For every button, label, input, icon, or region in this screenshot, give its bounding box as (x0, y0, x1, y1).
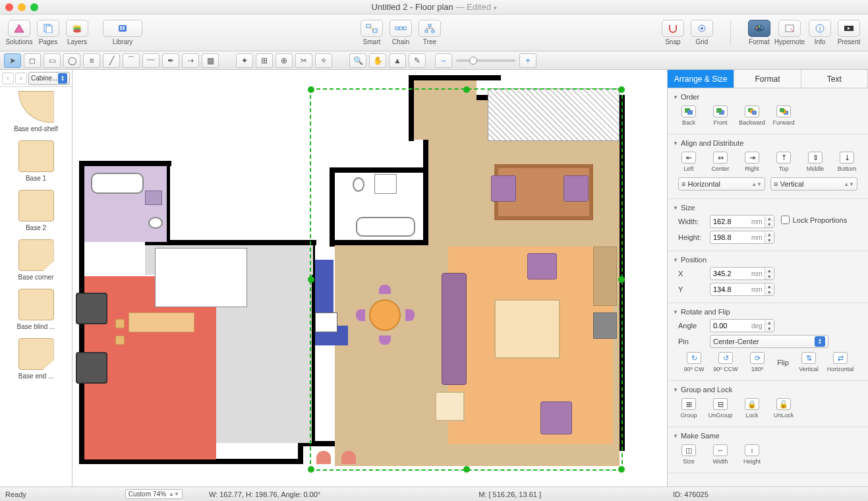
library-item[interactable]: Base corner (0, 235, 72, 285)
hypernote-button[interactable]: Hypernote (774, 20, 805, 45)
library-button[interactable]: Library (103, 20, 142, 45)
union-tool[interactable]: ⊕ (275, 53, 293, 68)
same-width-button[interactable]: ↔Width (705, 444, 736, 465)
angle-field[interactable]: deg▲▼ (710, 319, 774, 332)
align-middle-button[interactable]: ⇕Middle (799, 152, 831, 172)
order-front-button[interactable]: Front (705, 105, 736, 126)
layers-button[interactable]: Layers (63, 20, 91, 45)
library-category-select[interactable]: Cabine... ▲▼ (28, 72, 70, 85)
info-button[interactable]: iInfo (806, 20, 834, 45)
zoom-slider[interactable] (456, 59, 515, 62)
svg-rect-36 (752, 111, 757, 115)
tree-connector-button[interactable]: Tree (416, 20, 444, 45)
library-item[interactable]: Base end-shelf (0, 87, 72, 136)
spline-tool[interactable]: 〰 (142, 53, 159, 68)
same-height-button[interactable]: ↕Height (736, 444, 768, 465)
present-button[interactable]: Present (835, 20, 863, 45)
flip-horizontal-button[interactable]: ⇄Horizontal (825, 352, 856, 372)
height-field[interactable]: mm▲▼ (710, 231, 774, 244)
pages-button[interactable]: Pages (34, 20, 62, 45)
rotate-180-button[interactable]: ⟳180º (741, 352, 773, 372)
minimize-window-button[interactable] (18, 3, 26, 11)
eyedropper-tool[interactable]: ✎ (409, 53, 426, 68)
tab-text[interactable]: Text (801, 70, 868, 88)
stamp-tool[interactable]: ▦ (202, 53, 219, 68)
pointer-tool[interactable]: ➤ (4, 53, 21, 68)
secondary-toolbar: ➤ ◻ ▭ ◯ ≡ ╱ ⌒ 〰 ✒ ⇢ ▦ ✦ ⊞ ⊕ ✂ ✧ 🔍 ✋ ▲ ✎ … (0, 51, 868, 70)
section-header-same[interactable]: Make Same (673, 430, 863, 442)
zoom-out-button[interactable]: – (435, 53, 452, 68)
library-item[interactable]: Base blind ... (0, 285, 72, 334)
group-edit-tool[interactable]: ⊞ (256, 53, 273, 68)
angle-label: Angle (678, 322, 706, 330)
magic-tool[interactable]: ✧ (315, 53, 332, 68)
pan-tool[interactable]: ✋ (369, 53, 386, 68)
selection-outline (310, 88, 623, 471)
chain-connector-button[interactable]: Chain (387, 20, 415, 45)
close-window-button[interactable] (5, 3, 13, 11)
align-right-button[interactable]: ⇥Right (736, 152, 768, 172)
order-forward-button[interactable]: Forward (768, 105, 799, 126)
align-left-button[interactable]: ⇤Left (673, 152, 705, 172)
rotate-90ccw-button[interactable]: ↺90º CCW (710, 352, 741, 372)
align-center-button[interactable]: ⇔Center (705, 152, 736, 172)
text-tool[interactable]: ≡ (83, 53, 100, 68)
section-header-position[interactable]: Position (673, 254, 863, 266)
format-panel-button[interactable]: Format (745, 20, 773, 45)
status-mouse-pos: M: [ 516.26, 13.61 ] (478, 490, 541, 498)
library-item[interactable]: Base 2 (0, 186, 72, 235)
rotate-90cw-button[interactable]: ↻90º CW (678, 352, 710, 372)
line-tool[interactable]: ╱ (103, 53, 120, 68)
ellipse-tool[interactable]: ◯ (63, 53, 80, 68)
section-header-align[interactable]: Align and Distribute (673, 137, 863, 149)
section-header-rotate[interactable]: Rotate and Flip (673, 306, 863, 318)
unlock-button[interactable]: 🔓UnLock (768, 398, 799, 419)
bucket-tool[interactable]: ▲ (389, 53, 406, 68)
library-panel: ‹ › Cabine... ▲▼ Base end-shelf Base 1 B… (0, 70, 72, 486)
width-field[interactable]: mm▲▼ (710, 215, 774, 228)
library-item[interactable]: Base 1 (0, 136, 72, 186)
flip-vertical-button[interactable]: ⇅Vertical (793, 352, 825, 372)
order-backward-button[interactable]: Backward (736, 105, 768, 126)
grid-button[interactable]: Grid (688, 20, 716, 45)
zoom-in-button[interactable]: + (519, 53, 536, 68)
library-back-button[interactable]: ‹ (2, 73, 14, 84)
x-field[interactable]: mm▲▼ (710, 267, 774, 280)
align-top-button[interactable]: ⤒Top (768, 152, 799, 172)
rect-select-tool[interactable]: ◻ (24, 53, 41, 68)
lock-button[interactable]: 🔒Lock (736, 398, 768, 419)
pin-select[interactable]: Center-Center▲▼ (710, 335, 828, 348)
break-tool[interactable]: ✂ (295, 53, 312, 68)
group-button[interactable]: ⊞Group (673, 398, 705, 419)
library-item[interactable]: Base end ... (0, 334, 72, 384)
tab-format[interactable]: Format (734, 70, 801, 88)
distribute-vertical-select[interactable]: ≡ Vertical▲▼ (770, 177, 857, 191)
ungroup-button[interactable]: ⊟UnGroup (705, 398, 736, 419)
lock-proportions-checkbox[interactable]: Lock Proportions (781, 216, 848, 224)
library-forward-button[interactable]: › (15, 73, 27, 84)
y-field[interactable]: mm▲▼ (710, 283, 774, 296)
window-controls (5, 3, 38, 11)
section-header-size[interactable]: Size (673, 202, 863, 214)
align-bottom-button[interactable]: ⤓Bottom (831, 152, 863, 172)
connector-tool[interactable]: ⇢ (182, 53, 199, 68)
content-area: ‹ › Cabine... ▲▼ Base end-shelf Base 1 B… (0, 70, 868, 486)
drawing-canvas[interactable] (72, 70, 667, 486)
library-items: Base end-shelf Base 1 Base 2 Base corner… (0, 87, 72, 486)
zoom-level-select[interactable]: Custom 74%▲▼ (125, 489, 183, 499)
snap-button[interactable]: Snap (659, 20, 687, 45)
order-back-button[interactable]: Back (673, 105, 705, 126)
zoom-tool[interactable]: 🔍 (349, 53, 366, 68)
pen-tool[interactable]: ✒ (162, 53, 179, 68)
section-header-group[interactable]: Group and Lock (673, 384, 863, 396)
distribute-horizontal-select[interactable]: ≡ Horizontal▲▼ (678, 177, 765, 191)
arc-tool[interactable]: ⌒ (123, 53, 140, 68)
zoom-window-button[interactable] (30, 3, 38, 11)
solutions-button[interactable]: Solutions (5, 20, 33, 45)
rect-tool[interactable]: ▭ (43, 53, 61, 68)
same-size-button[interactable]: ◫Size (673, 444, 705, 465)
smart-connector-button[interactable]: Smart (358, 20, 386, 45)
section-header-order[interactable]: Order (673, 91, 863, 103)
edit-points-tool[interactable]: ✦ (236, 53, 253, 68)
tab-arrange-size[interactable]: Arrange & Size (668, 70, 734, 88)
